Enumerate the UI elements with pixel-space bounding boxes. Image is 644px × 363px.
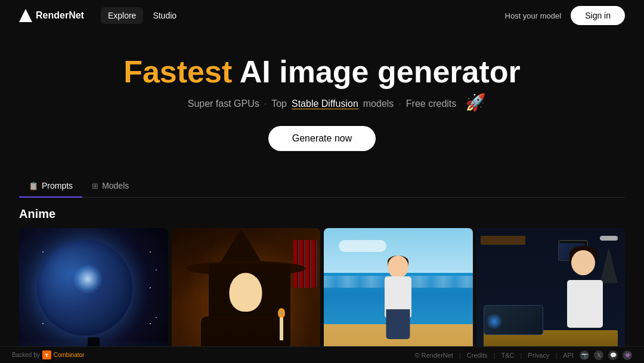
rocket-icon: 🚀 [465, 93, 486, 112]
host-model-link[interactable]: Host your model [505, 11, 562, 20]
hero-title: Fastest AI image generator [123, 55, 521, 89]
beach-figure-head [388, 256, 408, 278]
logo-icon [19, 9, 32, 22]
hero-subtitle: Super fast GPUs · Top Stable Diffusion m… [188, 99, 457, 109]
beach-cloud [339, 240, 386, 252]
mechanic-shelf [481, 236, 525, 245]
beach-figure [382, 256, 414, 339]
footer-link-credits[interactable]: Credits [467, 352, 488, 359]
logo[interactable]: RenderNet [19, 9, 84, 22]
yc-badge: Y [42, 350, 51, 359]
hero-section: Fastest AI image generator Super fast GP… [0, 31, 644, 170]
hero-fast-gpus: Super fast GPUs [188, 99, 259, 109]
footer-link-api[interactable]: API [563, 352, 574, 359]
hero-stable-diffusion: Stable Diffusion [292, 99, 358, 109]
footer: Backed by Y Combinator © RenderNet | Cre… [0, 346, 644, 363]
hero-dot-2: · [398, 99, 401, 109]
mechanic-light [600, 236, 618, 241]
hero-dot-1: · [264, 99, 267, 109]
footer-sep-4: | [555, 352, 557, 359]
section-title: Anime [0, 198, 644, 228]
footer-sep-2: | [494, 352, 496, 359]
tab-prompts[interactable]: 📋 Prompts [19, 175, 82, 198]
tab-prompts-label: Prompts [42, 181, 73, 190]
twitter-x-icon[interactable]: 𝕏 [594, 350, 603, 360]
tab-models-label: Models [102, 181, 129, 190]
hero-title-rest: AI image generator [232, 54, 521, 89]
footer-link-privacy[interactable]: Privacy [528, 352, 549, 359]
instagram-icon[interactable]: 📷 [580, 350, 589, 360]
hero-top: Top [271, 99, 287, 109]
nav-right: Host your model Sign in [505, 6, 625, 25]
image-card-witch[interactable] [172, 228, 321, 363]
reddit-icon[interactable]: 👾 [623, 350, 632, 360]
tabs-section: 📋 Prompts ⊞ Models [0, 175, 644, 198]
nav-link-explore[interactable]: Explore [101, 7, 143, 24]
hero-free-credits: Free credits [406, 99, 456, 109]
footer-copyright: © RenderNet [415, 352, 453, 359]
image-card-mechanic[interactable] [476, 228, 626, 363]
image-grid [0, 228, 644, 363]
mechanic-light-beam [600, 247, 618, 283]
models-icon: ⊞ [92, 182, 98, 190]
mechanic-figure-body [567, 280, 603, 328]
footer-sep-1: | [459, 352, 461, 359]
discord-icon[interactable]: 💬 [608, 350, 618, 360]
backed-by-text: Backed by [12, 352, 40, 358]
beach-figure-legs [386, 309, 410, 339]
logo-text: RenderNet [36, 10, 84, 21]
navbar: RenderNet Explore Studio Host your model… [0, 0, 644, 31]
image-card-beach[interactable] [324, 228, 473, 363]
footer-sep-3: | [520, 352, 522, 359]
footer-link-tc[interactable]: T&C [501, 352, 514, 359]
prompts-icon: 📋 [29, 182, 38, 190]
signin-button[interactable]: Sign in [571, 6, 625, 25]
planet-glow [73, 264, 103, 294]
footer-left: Backed by Y Combinator [12, 350, 84, 359]
tab-models[interactable]: ⊞ Models [82, 175, 138, 198]
nav-links: Explore Studio [101, 7, 505, 24]
generate-now-button[interactable]: Generate now [268, 126, 376, 151]
tabs: 📋 Prompts ⊞ Models [19, 175, 625, 198]
combinator-text: Combinator [54, 352, 85, 358]
witch-flame [278, 308, 285, 318]
mechanic-machine-glow [485, 314, 503, 329]
witch-face [230, 273, 262, 312]
witch-candle [280, 316, 283, 340]
hero-title-fastest: Fastest [123, 54, 232, 89]
footer-right: © RenderNet | Credits | T&C | Privacy | … [415, 350, 632, 360]
image-card-space[interactable] [19, 228, 168, 363]
nav-link-studio[interactable]: Studio [145, 7, 184, 24]
footer-social: 📷 𝕏 💬 👾 [580, 350, 632, 360]
hero-models: models [363, 99, 394, 109]
